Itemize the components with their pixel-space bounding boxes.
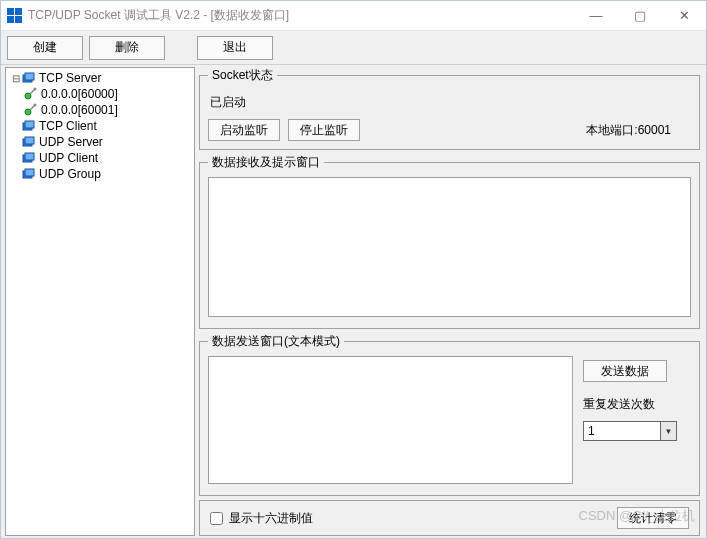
start-listen-button[interactable]: 启动监听 bbox=[208, 119, 280, 141]
svg-point-5 bbox=[34, 104, 37, 107]
local-port-label: 本地端口:60001 bbox=[586, 122, 671, 139]
svg-rect-9 bbox=[25, 137, 34, 144]
tree-root-tcp-client[interactable]: TCP Client bbox=[6, 118, 194, 134]
titlebar: TCP/UDP Socket 调试工具 V2.2 - [数据收发窗口] — ▢ … bbox=[1, 1, 706, 31]
tree-label: TCP Client bbox=[39, 119, 97, 133]
client-icon bbox=[22, 119, 36, 133]
tree-root-udp-group[interactable]: UDP Group bbox=[6, 166, 194, 182]
tree-label: 0.0.0.0[60001] bbox=[41, 103, 118, 117]
hex-checkbox-label[interactable]: 显示十六进制值 bbox=[210, 510, 313, 527]
tree-root-udp-client[interactable]: UDP Client bbox=[6, 150, 194, 166]
tree-root-tcp-server[interactable]: ⊟ TCP Server bbox=[6, 70, 194, 86]
tree-label: UDP Client bbox=[39, 151, 98, 165]
status-text: 已启动 bbox=[208, 90, 691, 119]
server-icon bbox=[22, 135, 36, 149]
toolbar: 创建 删除 退出 bbox=[1, 31, 706, 65]
send-data-button[interactable]: 发送数据 bbox=[583, 360, 667, 382]
delete-button[interactable]: 删除 bbox=[89, 36, 165, 60]
send-legend: 数据发送窗口(文本模式) bbox=[208, 333, 344, 350]
server-icon bbox=[22, 71, 36, 85]
create-button[interactable]: 创建 bbox=[7, 36, 83, 60]
stop-listen-button[interactable]: 停止监听 bbox=[288, 119, 360, 141]
hex-label-text: 显示十六进制值 bbox=[229, 510, 313, 527]
exit-button[interactable]: 退出 bbox=[197, 36, 273, 60]
client-icon bbox=[22, 151, 36, 165]
hex-checkbox[interactable] bbox=[210, 512, 223, 525]
svg-rect-11 bbox=[25, 153, 34, 160]
window-controls: — ▢ ✕ bbox=[574, 1, 706, 30]
node-icon bbox=[24, 87, 38, 101]
send-textarea[interactable] bbox=[208, 356, 573, 484]
window-title: TCP/UDP Socket 调试工具 V2.2 - [数据收发窗口] bbox=[28, 7, 289, 24]
app-window: TCP/UDP Socket 调试工具 V2.2 - [数据收发窗口] — ▢ … bbox=[0, 0, 707, 539]
tree-node-60000[interactable]: 0.0.0.0[60000] bbox=[6, 86, 194, 102]
repeat-dropdown-button[interactable]: ▼ bbox=[661, 421, 677, 441]
svg-point-3 bbox=[34, 88, 37, 91]
tree-root-udp-server[interactable]: UDP Server bbox=[6, 134, 194, 150]
bottom-bar: 显示十六进制值 统计清零 bbox=[199, 500, 700, 536]
receive-group: 数据接收及提示窗口 bbox=[199, 154, 700, 329]
minimize-button[interactable]: — bbox=[574, 1, 618, 30]
maximize-button[interactable]: ▢ bbox=[618, 1, 662, 30]
close-button[interactable]: ✕ bbox=[662, 1, 706, 30]
repeat-count-input[interactable] bbox=[583, 421, 661, 441]
svg-rect-13 bbox=[25, 169, 34, 176]
socket-status-legend: Socket状态 bbox=[208, 67, 277, 84]
repeat-count-label: 重复发送次数 bbox=[583, 396, 691, 413]
group-icon bbox=[22, 167, 36, 181]
tree-label: 0.0.0.0[60000] bbox=[41, 87, 118, 101]
tree-label: UDP Group bbox=[39, 167, 101, 181]
svg-rect-1 bbox=[25, 73, 34, 80]
clear-stats-button[interactable]: 统计清零 bbox=[617, 507, 689, 529]
svg-rect-7 bbox=[25, 121, 34, 128]
tree-label: UDP Server bbox=[39, 135, 103, 149]
app-icon bbox=[7, 8, 22, 23]
receive-textarea[interactable] bbox=[208, 177, 691, 317]
socket-status-group: Socket状态 已启动 启动监听 停止监听 本地端口:60001 bbox=[199, 67, 700, 150]
node-icon bbox=[24, 103, 38, 117]
tree-sidebar[interactable]: ⊟ TCP Server 0.0.0.0[60000] 0.0.0.0[6000… bbox=[5, 67, 195, 536]
receive-legend: 数据接收及提示窗口 bbox=[208, 154, 324, 171]
main-area: ⊟ TCP Server 0.0.0.0[60000] 0.0.0.0[6000… bbox=[1, 65, 706, 538]
tree-label: TCP Server bbox=[39, 71, 101, 85]
send-group: 数据发送窗口(文本模式) 发送数据 重复发送次数 ▼ bbox=[199, 333, 700, 496]
collapse-icon[interactable]: ⊟ bbox=[10, 73, 22, 84]
content-panel: Socket状态 已启动 启动监听 停止监听 本地端口:60001 数据接收及提… bbox=[197, 65, 706, 538]
tree-node-60001[interactable]: 0.0.0.0[60001] bbox=[6, 102, 194, 118]
